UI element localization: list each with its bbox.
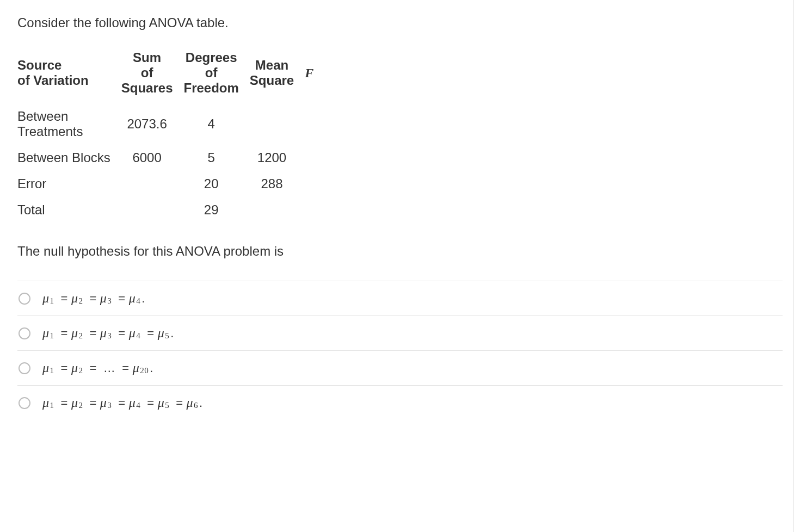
period: . [141,292,145,306]
mu-subscript: 2 [78,296,83,306]
col-mean-square: MeanSquare [250,47,305,103]
intro-text: Consider the following ANOVA table. [17,15,783,30]
option-3[interactable]: μ1=μ2=…=μ20. [17,351,783,386]
option-1[interactable]: μ1=μ2=μ3=μ4. [17,281,783,316]
period: . [199,396,203,410]
equals-sign: = [118,396,125,410]
equals-sign: = [89,292,96,306]
mu-symbol: μ [42,361,50,375]
equals-sign: = [61,396,68,410]
mu-symbol: μ [129,326,136,341]
cell-source: Between Blocks [17,145,121,171]
mu-symbol: μ [42,395,50,410]
cell-ss [121,171,184,197]
mu-symbol: μ [158,395,165,410]
equals-sign: = [89,326,96,341]
cell-ss [121,197,184,223]
right-edge-scrollbar[interactable] [793,0,800,532]
mu-subscript: 2 [78,401,83,410]
cell-source: Total [17,197,121,223]
anova-table: Sourceof Variation SumofSquares Degreeso… [17,47,324,223]
mu-symbol: μ [71,395,78,410]
cell-f [305,197,324,223]
mu-subscript: 4 [136,401,140,410]
mu-subscript: 6 [194,401,198,410]
equals-sign: = [147,396,154,410]
cell-source: Error [17,171,121,197]
ellipsis: … [103,361,116,375]
col-source: Sourceof Variation [17,47,121,103]
mu-subscript: 1 [50,366,54,375]
mu-symbol: μ [129,395,136,410]
col-sum-squares: SumofSquares [121,47,184,103]
equals-sign: = [118,292,125,306]
table-row: Total 29 [17,197,324,223]
radio-icon[interactable] [19,327,30,339]
mu-symbol: μ [71,291,78,306]
mu-symbol: μ [42,291,50,306]
radio-icon[interactable] [19,362,30,374]
period: . [150,361,153,375]
option-label: μ1=μ2=…=μ20. [42,361,153,375]
radio-icon[interactable] [19,397,30,409]
question-page: Consider the following ANOVA table. Sour… [0,0,800,532]
mu-subscript: 3 [107,401,112,410]
cell-f [305,171,324,197]
cell-ms: 288 [250,171,305,197]
mu-symbol: μ [100,291,107,306]
question-text: The null hypothesis for this ANOVA probl… [17,244,783,259]
equals-sign: = [61,361,68,375]
cell-ms [250,103,305,145]
options-list: μ1=μ2=μ3=μ4.μ1=μ2=μ3=μ4=μ5.μ1=μ2=…=μ20.μ… [17,281,783,420]
mu-subscript: 1 [50,401,54,410]
table-row: Error 20 288 [17,171,324,197]
cell-df: 4 [183,103,249,145]
mu-symbol: μ [187,395,194,410]
option-label: μ1=μ2=μ3=μ4=μ5. [42,326,174,341]
cell-df: 20 [183,171,249,197]
col-deg-freedom: DegreesofFreedom [183,47,249,103]
mu-subscript: 20 [140,366,149,375]
cell-df: 5 [183,145,249,171]
mu-subscript: 3 [107,296,112,306]
option-label: μ1=μ2=μ3=μ4=μ5=μ6. [42,395,203,410]
mu-symbol: μ [71,326,78,341]
cell-df: 29 [183,197,249,223]
period: . [170,326,174,341]
table-row: BetweenTreatments 2073.6 4 [17,103,324,145]
col-f: F [305,47,324,103]
cell-ms [250,197,305,223]
mu-symbol: μ [133,361,140,375]
cell-ss: 2073.6 [121,103,184,145]
mu-symbol: μ [71,361,78,375]
equals-sign: = [118,326,125,341]
mu-subscript: 1 [50,296,54,306]
equals-sign: = [122,361,129,375]
table-row: Between Blocks 6000 5 1200 [17,145,324,171]
mu-subscript: 3 [107,331,112,341]
equals-sign: = [61,326,68,341]
mu-symbol: μ [158,326,165,341]
cell-f [305,145,324,171]
option-label: μ1=μ2=μ3=μ4. [42,291,145,306]
mu-symbol: μ [100,395,107,410]
equals-sign: = [176,396,183,410]
mu-subscript: 5 [165,401,169,410]
equals-sign: = [147,326,154,341]
option-2[interactable]: μ1=μ2=μ3=μ4=μ5. [17,316,783,351]
mu-subscript: 5 [165,331,169,341]
mu-symbol: μ [42,326,50,341]
option-4[interactable]: μ1=μ2=μ3=μ4=μ5=μ6. [17,386,783,420]
equals-sign: = [89,361,96,375]
mu-symbol: μ [100,326,107,341]
cell-source: BetweenTreatments [17,103,121,145]
mu-subscript: 2 [78,331,83,341]
anova-body: BetweenTreatments 2073.6 4 Between Block… [17,103,324,223]
cell-f [305,103,324,145]
equals-sign: = [89,396,96,410]
equals-sign: = [61,292,68,306]
mu-subscript: 2 [78,366,83,375]
radio-icon[interactable] [19,293,30,305]
mu-subscript: 4 [136,331,140,341]
mu-symbol: μ [129,291,136,306]
